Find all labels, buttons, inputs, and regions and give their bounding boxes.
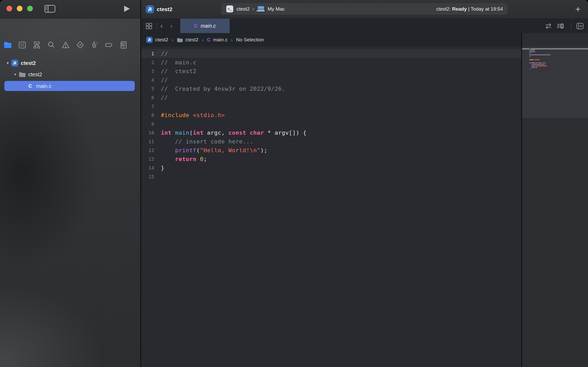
report-navigator-tab[interactable] [119,40,128,50]
c-file-icon: C [28,83,32,89]
code-text: // insert code here... [161,138,253,145]
code-text: // [161,94,168,101]
code-review-icon[interactable] [545,22,552,30]
go-back-button[interactable]: ‹ [160,19,163,33]
minimap-segment [531,62,534,63]
line-number[interactable]: 1 [141,51,161,56]
minimap-segment [543,62,545,63]
jumpbar-item-project[interactable]: ctest2 [155,37,168,43]
line-number[interactable]: 6 [141,95,161,100]
minimap-segment [534,59,540,60]
zoom-window-button[interactable] [27,6,33,11]
minimize-window-button[interactable] [17,6,22,11]
scheme-name[interactable]: ctest2 [237,6,250,12]
add-editor-icon[interactable] [576,22,584,30]
code-line[interactable]: 2// main.c [141,58,521,67]
folder-icon [177,37,183,42]
run-button[interactable] [123,5,130,12]
tree-item-folder-ctest2[interactable]: ▾ ctest2 [14,69,42,80]
jumpbar-separator: › [198,37,207,43]
jumpbar-item-file[interactable]: main.c [213,37,228,43]
line-number[interactable]: 10 [141,130,161,135]
jumpbar-separator: › [228,37,236,43]
minimap-segment [529,51,535,52]
tree-selection-highlight [4,81,135,91]
tabbar-divider [571,22,571,29]
minimap-segment [529,50,535,51]
library-add-button[interactable]: + [574,5,582,13]
editor-options-icon[interactable] [556,22,564,30]
go-forward-button[interactable]: › [170,19,172,33]
code-line[interactable]: 1// [141,49,521,58]
breakpoint-navigator-tab[interactable] [104,40,114,50]
code-line[interactable]: 13 return 0; [141,155,521,163]
minimap-segment [546,62,546,63]
tabbar-divider [157,22,157,29]
line-number[interactable]: 15 [141,174,161,179]
line-number[interactable]: 11 [141,139,161,144]
code-text: int main(int argc, const char * argv[]) … [161,129,307,136]
issue-navigator-tab[interactable] [61,40,70,50]
minimap-segment [534,62,536,63]
jumpbar-separator: › [168,37,177,43]
line-number[interactable]: 9 [141,121,161,127]
disclosure-chevron-icon[interactable]: ▾ [7,61,9,65]
code-line[interactable]: 4// [141,75,521,84]
toggle-navigator-icon[interactable] [44,5,55,13]
code-line[interactable]: 6// [141,93,521,102]
code-line[interactable]: 15 [141,172,521,181]
c-file-icon: C [194,23,198,29]
code-line[interactable]: 12 printf("Hello, World!\n"); [141,146,521,155]
xcode-window: ctest2 >_ ctest2 › My Mac ctest2: Ready … [0,0,588,367]
source-control-navigator-tab[interactable] [18,40,27,50]
code-line[interactable]: 3// ctest2 [141,67,521,75]
source-editor[interactable]: 1//2// main.c3// ctest24//5// Created by… [141,47,521,367]
line-number[interactable]: 12 [141,148,161,153]
line-number[interactable]: 2 [141,60,161,65]
line-number[interactable]: 7 [141,104,161,109]
run-destination[interactable]: My Mac [268,6,285,12]
minimap-segment [539,62,541,63]
minimap[interactable] [522,33,588,367]
minimap-segment [529,56,530,57]
jumpbar-item-group[interactable]: ctest2 [185,37,199,43]
find-navigator-tab[interactable] [47,40,56,50]
line-number[interactable]: 14 [141,165,161,171]
symbol-navigator-tab[interactable] [32,40,41,50]
jumpbar-item-selection[interactable]: No Selection [236,37,264,43]
scheme-and-activity-pill[interactable]: >_ ctest2 › My Mac ctest2: Ready | Today… [221,3,508,15]
code-line[interactable]: 14} [141,163,521,172]
code-line[interactable]: 11 // insert code here... [141,137,521,146]
tree-item-file-mainc[interactable]: C main.c [28,81,51,91]
code-text: printf("Hello, World!\n"); [161,147,267,154]
code-line[interactable]: 10int main(int argc, const char * argv[]… [141,128,521,137]
line-number[interactable]: 3 [141,68,161,74]
xcode-project-icon [146,37,153,43]
tab-overview-icon[interactable] [145,22,153,30]
line-number[interactable]: 4 [141,77,161,83]
code-line[interactable]: 7 [141,102,521,111]
minimap-segment [536,67,537,68]
line-number[interactable]: 5 [141,86,161,91]
title-bar: ctest2 >_ ctest2 › My Mac ctest2: Ready … [0,0,588,19]
debug-navigator-tab[interactable] [90,40,99,50]
project-navigator-tab[interactable] [3,40,12,50]
test-navigator-tab[interactable] [76,40,85,50]
tree-item-project-ctest2[interactable]: ▾ ctest2 [7,58,36,68]
minimap-segment [536,65,547,66]
disclosure-chevron-icon[interactable]: ▾ [14,72,16,77]
line-number[interactable]: 13 [141,156,161,162]
code-line[interactable]: 8#include <stdio.h> [141,111,521,119]
minimap-segment [531,64,545,65]
code-text: #include <stdio.h> [161,112,225,118]
tab-label: main.c [201,23,216,29]
minimap-segment [542,62,542,63]
tab-main-c[interactable]: C main.c [180,19,230,33]
close-window-button[interactable] [6,6,12,11]
xcode-app-icon [146,5,154,14]
code-text: // ctest2 [161,68,196,74]
code-line[interactable]: 9 [141,119,521,128]
code-text: // main.c [161,59,196,66]
line-number[interactable]: 8 [141,112,161,118]
code-line[interactable]: 5// Created by 4nsw3r on 2022/9/26. [141,84,521,93]
